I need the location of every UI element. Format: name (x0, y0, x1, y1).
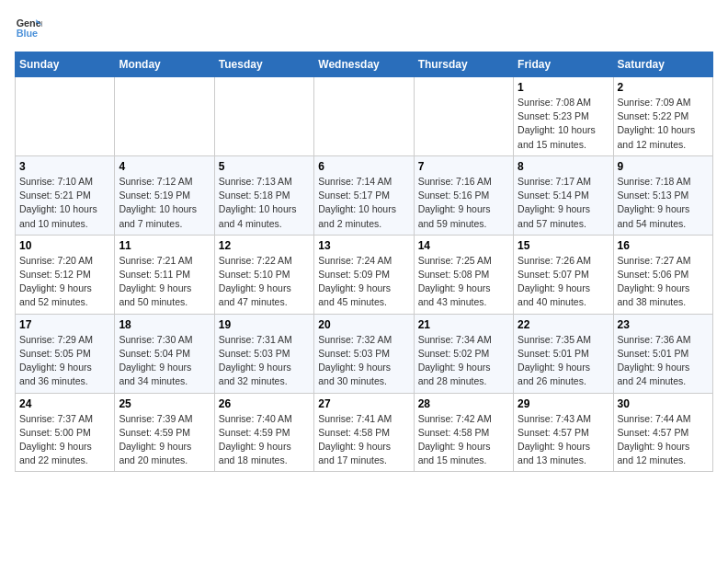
day-info: Sunrise: 7:30 AM Sunset: 5:04 PM Dayligh… (119, 333, 210, 389)
day-info: Sunrise: 7:21 AM Sunset: 5:11 PM Dayligh… (119, 254, 210, 310)
day-number: 15 (518, 239, 609, 252)
day-number: 29 (518, 397, 609, 410)
day-info: Sunrise: 7:41 AM Sunset: 4:58 PM Dayligh… (318, 412, 409, 468)
week-row-5: 24Sunrise: 7:37 AM Sunset: 5:00 PM Dayli… (16, 393, 713, 472)
logo-icon: General Blue (15, 15, 42, 42)
day-number: 18 (119, 318, 210, 331)
calendar-cell: 26Sunrise: 7:40 AM Sunset: 4:59 PM Dayli… (214, 393, 313, 472)
day-info: Sunrise: 7:20 AM Sunset: 5:12 PM Dayligh… (19, 254, 110, 310)
weekday-header-tuesday: Tuesday (214, 52, 313, 77)
calendar-cell: 22Sunrise: 7:35 AM Sunset: 5:01 PM Dayli… (514, 314, 613, 393)
calendar-cell: 19Sunrise: 7:31 AM Sunset: 5:03 PM Dayli… (214, 314, 313, 393)
day-info: Sunrise: 7:42 AM Sunset: 4:58 PM Dayligh… (418, 412, 509, 468)
day-info: Sunrise: 7:29 AM Sunset: 5:05 PM Dayligh… (19, 333, 110, 389)
calendar-cell (115, 77, 214, 156)
calendar-cell: 8Sunrise: 7:17 AM Sunset: 5:14 PM Daylig… (514, 155, 613, 235)
day-info: Sunrise: 7:34 AM Sunset: 5:02 PM Dayligh… (418, 333, 509, 389)
day-number: 5 (219, 160, 310, 173)
calendar-cell: 7Sunrise: 7:16 AM Sunset: 5:16 PM Daylig… (414, 155, 513, 235)
day-info: Sunrise: 7:43 AM Sunset: 4:57 PM Dayligh… (518, 412, 609, 468)
day-number: 14 (418, 239, 509, 252)
calendar-cell: 14Sunrise: 7:25 AM Sunset: 5:08 PM Dayli… (414, 235, 513, 314)
day-number: 7 (418, 160, 509, 173)
day-number: 25 (119, 397, 210, 410)
day-number: 3 (19, 160, 110, 173)
calendar-table: SundayMondayTuesdayWednesdayThursdayFrid… (15, 52, 713, 472)
weekday-header-sunday: Sunday (16, 52, 115, 77)
weekday-header-monday: Monday (115, 52, 214, 77)
day-info: Sunrise: 7:17 AM Sunset: 5:14 PM Dayligh… (518, 175, 609, 231)
day-number: 24 (19, 397, 110, 410)
day-info: Sunrise: 7:22 AM Sunset: 5:10 PM Dayligh… (219, 254, 310, 310)
calendar-cell (414, 77, 513, 156)
day-info: Sunrise: 7:31 AM Sunset: 5:03 PM Dayligh… (219, 333, 310, 389)
calendar-cell: 6Sunrise: 7:14 AM Sunset: 5:17 PM Daylig… (314, 155, 414, 235)
calendar-cell: 18Sunrise: 7:30 AM Sunset: 5:04 PM Dayli… (115, 314, 214, 393)
day-number: 2 (618, 81, 709, 94)
week-row-4: 17Sunrise: 7:29 AM Sunset: 5:05 PM Dayli… (16, 314, 713, 393)
day-info: Sunrise: 7:37 AM Sunset: 5:00 PM Dayligh… (19, 412, 110, 468)
day-number: 1 (518, 81, 609, 94)
calendar-cell: 25Sunrise: 7:39 AM Sunset: 4:59 PM Dayli… (115, 393, 214, 472)
weekday-header-friday: Friday (514, 52, 613, 77)
weekday-header-thursday: Thursday (414, 52, 513, 77)
calendar-cell: 20Sunrise: 7:32 AM Sunset: 5:03 PM Dayli… (314, 314, 414, 393)
week-row-1: 1Sunrise: 7:08 AM Sunset: 5:23 PM Daylig… (16, 77, 713, 156)
calendar-cell (16, 77, 115, 156)
day-info: Sunrise: 7:24 AM Sunset: 5:09 PM Dayligh… (318, 254, 409, 310)
calendar-cell: 16Sunrise: 7:27 AM Sunset: 5:06 PM Dayli… (613, 235, 712, 314)
calendar-cell: 30Sunrise: 7:44 AM Sunset: 4:57 PM Dayli… (613, 393, 712, 472)
day-info: Sunrise: 7:13 AM Sunset: 5:18 PM Dayligh… (219, 175, 310, 231)
day-info: Sunrise: 7:32 AM Sunset: 5:03 PM Dayligh… (318, 333, 409, 389)
calendar-cell: 29Sunrise: 7:43 AM Sunset: 4:57 PM Dayli… (514, 393, 613, 472)
week-row-2: 3Sunrise: 7:10 AM Sunset: 5:21 PM Daylig… (16, 155, 713, 235)
calendar-cell: 1Sunrise: 7:08 AM Sunset: 5:23 PM Daylig… (514, 77, 613, 156)
header: General Blue (15, 15, 713, 42)
calendar-cell: 5Sunrise: 7:13 AM Sunset: 5:18 PM Daylig… (214, 155, 313, 235)
day-info: Sunrise: 7:36 AM Sunset: 5:01 PM Dayligh… (618, 333, 709, 389)
day-number: 26 (219, 397, 310, 410)
calendar-cell: 17Sunrise: 7:29 AM Sunset: 5:05 PM Dayli… (16, 314, 115, 393)
day-info: Sunrise: 7:26 AM Sunset: 5:07 PM Dayligh… (518, 254, 609, 310)
calendar-cell: 9Sunrise: 7:18 AM Sunset: 5:13 PM Daylig… (613, 155, 712, 235)
day-info: Sunrise: 7:18 AM Sunset: 5:13 PM Dayligh… (618, 175, 709, 231)
day-number: 19 (219, 318, 310, 331)
day-info: Sunrise: 7:08 AM Sunset: 5:23 PM Dayligh… (518, 96, 609, 152)
calendar-cell (214, 77, 313, 156)
calendar-cell: 10Sunrise: 7:20 AM Sunset: 5:12 PM Dayli… (16, 235, 115, 314)
day-info: Sunrise: 7:12 AM Sunset: 5:19 PM Dayligh… (119, 175, 210, 231)
calendar-cell: 3Sunrise: 7:10 AM Sunset: 5:21 PM Daylig… (16, 155, 115, 235)
calendar-cell: 27Sunrise: 7:41 AM Sunset: 4:58 PM Dayli… (314, 393, 414, 472)
day-number: 28 (418, 397, 509, 410)
weekday-header-wednesday: Wednesday (314, 52, 414, 77)
svg-text:Blue: Blue (17, 28, 38, 39)
day-info: Sunrise: 7:39 AM Sunset: 4:59 PM Dayligh… (119, 412, 210, 468)
day-number: 17 (19, 318, 110, 331)
calendar-cell: 28Sunrise: 7:42 AM Sunset: 4:58 PM Dayli… (414, 393, 513, 472)
calendar-cell: 24Sunrise: 7:37 AM Sunset: 5:00 PM Dayli… (16, 393, 115, 472)
day-info: Sunrise: 7:44 AM Sunset: 4:57 PM Dayligh… (618, 412, 709, 468)
logo: General Blue (15, 15, 42, 42)
day-number: 27 (318, 397, 409, 410)
day-info: Sunrise: 7:09 AM Sunset: 5:22 PM Dayligh… (618, 96, 709, 152)
calendar-cell: 4Sunrise: 7:12 AM Sunset: 5:19 PM Daylig… (115, 155, 214, 235)
day-number: 16 (618, 239, 709, 252)
week-row-3: 10Sunrise: 7:20 AM Sunset: 5:12 PM Dayli… (16, 235, 713, 314)
calendar-cell: 13Sunrise: 7:24 AM Sunset: 5:09 PM Dayli… (314, 235, 414, 314)
day-number: 4 (119, 160, 210, 173)
calendar-cell: 21Sunrise: 7:34 AM Sunset: 5:02 PM Dayli… (414, 314, 513, 393)
day-info: Sunrise: 7:16 AM Sunset: 5:16 PM Dayligh… (418, 175, 509, 231)
calendar-cell: 23Sunrise: 7:36 AM Sunset: 5:01 PM Dayli… (613, 314, 712, 393)
day-number: 8 (518, 160, 609, 173)
day-number: 20 (318, 318, 409, 331)
day-number: 9 (618, 160, 709, 173)
calendar-cell (314, 77, 414, 156)
day-info: Sunrise: 7:40 AM Sunset: 4:59 PM Dayligh… (219, 412, 310, 468)
day-number: 22 (518, 318, 609, 331)
day-number: 12 (219, 239, 310, 252)
day-info: Sunrise: 7:27 AM Sunset: 5:06 PM Dayligh… (618, 254, 709, 310)
weekday-header-row: SundayMondayTuesdayWednesdayThursdayFrid… (16, 52, 713, 77)
day-info: Sunrise: 7:10 AM Sunset: 5:21 PM Dayligh… (19, 175, 110, 231)
calendar-cell: 15Sunrise: 7:26 AM Sunset: 5:07 PM Dayli… (514, 235, 613, 314)
day-number: 6 (318, 160, 409, 173)
